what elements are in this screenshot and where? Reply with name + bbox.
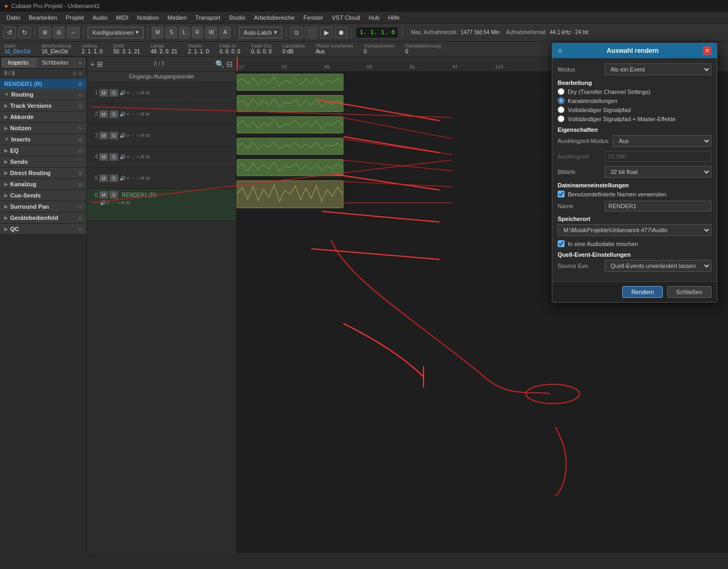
transport-record[interactable]: ⏺: [335, 27, 348, 38]
redo-button[interactable]: ↻: [18, 27, 31, 38]
mute-button-4[interactable]: M: [99, 153, 108, 161]
bittiefe-select[interactable]: 32 bit float: [605, 166, 711, 178]
btn-r[interactable]: R: [192, 27, 203, 38]
section-header-cue-sends[interactable]: ▶ Cue-Sends: [0, 190, 87, 201]
transport-play[interactable]: ▶: [320, 27, 333, 38]
menu-vst-cloud[interactable]: VST Cloud: [327, 13, 364, 22]
ausklingzeit-input[interactable]: [605, 151, 711, 162]
ausklingzeit-row: Ausklingzeit: [558, 151, 711, 162]
undo-button[interactable]: ↺: [3, 27, 16, 38]
mute-button-3[interactable]: M: [99, 132, 108, 139]
konfigurationen-dropdown[interactable]: Konfigurationen ▾: [88, 27, 144, 38]
menu-fenster[interactable]: Fenster: [299, 13, 327, 22]
section-header-kanalzug[interactable]: ▶ Kanalzug ⊞: [0, 179, 87, 189]
track-more-button[interactable]: ⊟: [226, 60, 233, 68]
menu-bearbeiten[interactable]: Bearbeiten: [25, 13, 61, 22]
menu-projekt[interactable]: Projekt: [61, 13, 88, 22]
solo-button-6[interactable]: S: [109, 191, 118, 199]
dialog-title-bar: ⊙ Auswahl rendern ×: [552, 43, 717, 58]
section-header-akkorde[interactable]: ▶ Akkorde: [0, 112, 87, 122]
audio-clip-2[interactable]: [237, 95, 343, 112]
benutzerdefiniert-checkbox[interactable]: [558, 191, 565, 197]
render-button[interactable]: Rendern: [622, 286, 663, 298]
btn-w[interactable]: W: [205, 27, 217, 38]
speicherort-select[interactable]: M:\MusikProjekte\Unbenannt-477\Audio: [558, 224, 711, 236]
solo-button-5[interactable]: S: [109, 175, 118, 182]
radio-dry-input[interactable]: [558, 88, 565, 95]
waveform-1: [237, 74, 343, 90]
menu-hub[interactable]: Hub: [364, 13, 383, 22]
btn-l[interactable]: L: [179, 27, 190, 38]
ausklingzeit-modus-select[interactable]: Aus: [613, 135, 711, 147]
solo-button-1[interactable]: S: [109, 89, 118, 97]
radio-dry-label: Dry (Transfer Channel Settings): [568, 89, 651, 95]
close-dialog-button[interactable]: Schließen: [667, 286, 711, 298]
mix-checkbox[interactable]: [558, 240, 565, 247]
mute-button-6[interactable]: M: [99, 191, 108, 199]
render-toggle[interactable]: ⊙: [78, 81, 82, 87]
render-section[interactable]: RENDER1 (R) ⊙: [0, 78, 87, 89]
section-header-qc[interactable]: ▶ QC ⊟: [0, 224, 87, 234]
modus-select[interactable]: Als ein Event: [605, 64, 711, 75]
mute-button-5[interactable]: M: [99, 175, 108, 182]
track-ende: Ende 50. 3. 1. 21: [113, 43, 140, 54]
source-eve-select[interactable]: Quell-Events unverändert lassen: [605, 260, 711, 272]
solo-button-3[interactable]: S: [109, 132, 118, 139]
table-row: 5 M S 🔊 ● ↔ ∞ R W: [87, 168, 236, 189]
toolbar: ↺ ↻ ⊞ ⊟ ↔ Konfigurationen ▾ M S L R W A …: [0, 23, 728, 42]
solo-button-2[interactable]: S: [109, 110, 118, 118]
audio-clip-5[interactable]: [237, 159, 343, 176]
section-header-geraetebedienfeld[interactable]: ▶ Gerätebedienfeld ⊟: [0, 212, 87, 223]
render-clip[interactable]: [237, 180, 343, 208]
menu-transport[interactable]: Transport: [191, 13, 225, 22]
menu-medien[interactable]: Medien: [163, 13, 191, 22]
section-header-direct-routing[interactable]: ▶ Direct Routing ⊞: [0, 168, 87, 178]
menu-notation[interactable]: Notation: [133, 13, 163, 22]
section-header-track-versions[interactable]: ▶ Track Versions ⊟: [0, 100, 87, 111]
radio-master-input[interactable]: [558, 115, 565, 122]
audio-clip-3[interactable]: [237, 116, 343, 133]
inspector-section-routing: ▼ Routing ⊙: [0, 89, 87, 100]
auto-latch-dropdown[interactable]: Auto-Latch ▾: [239, 27, 282, 38]
audio-clip-1[interactable]: [237, 74, 343, 91]
section-header-sends[interactable]: ▶ Sends: [0, 156, 87, 167]
separator-6: [351, 27, 352, 38]
transport-stop[interactable]: ⬛: [305, 27, 318, 38]
section-header-eq[interactable]: ▶ EQ ⊟: [0, 145, 87, 156]
btn-m[interactable]: M: [152, 27, 163, 38]
tool-btn-2[interactable]: ⊟: [53, 27, 65, 38]
menu-arbeitsbereiche[interactable]: Arbeitsbereiche: [249, 13, 299, 22]
radio-kanal-input[interactable]: [558, 97, 565, 104]
mute-button-1[interactable]: M: [99, 89, 108, 97]
btn-s[interactable]: S: [166, 27, 177, 38]
name-input[interactable]: [605, 201, 711, 211]
mute-button-2[interactable]: M: [99, 110, 108, 118]
tab-inspector[interactable]: Inspecto.: [1, 58, 36, 68]
section-header-inserts[interactable]: ▼ Inserts ⊞: [0, 134, 87, 145]
menu-audio[interactable]: Audio: [88, 13, 112, 22]
track-list: + ⊞ 8 / 8 🔍 ⊟ Eingangs-/Ausgangskanäle 1…: [87, 57, 237, 553]
tool-btn-3[interactable]: ↔: [67, 27, 80, 38]
solo-button-4[interactable]: S: [109, 153, 118, 161]
track-name-display: Datei 16_ElecGtr: [4, 43, 31, 54]
add-track-button[interactable]: +: [90, 60, 95, 68]
tool-btn-1[interactable]: ⊞: [39, 27, 51, 38]
search-tracks-button[interactable]: 🔍: [215, 60, 224, 68]
menu-studio[interactable]: Studio: [224, 13, 249, 22]
transport-rewind[interactable]: ⊙: [290, 27, 303, 38]
menu-hilfe[interactable]: Hilfe: [383, 13, 404, 22]
inspector-settings-btn[interactable]: ≡: [75, 58, 85, 68]
transport-position: 1. 1. 1. 0: [356, 27, 398, 38]
ausklingzeit-modus-label: Ausklingzeit-Modus: [558, 138, 608, 144]
btn-a[interactable]: A: [220, 27, 231, 38]
audio-clip-4[interactable]: [237, 138, 343, 155]
section-header-notizen[interactable]: ▶ Notizen ✎: [0, 123, 87, 133]
section-header-routing[interactable]: ▼ Routing ⊙: [0, 89, 87, 100]
menu-midi[interactable]: MIDI: [112, 13, 132, 22]
menu-datei[interactable]: Datei: [2, 13, 25, 22]
section-header-surround-pan[interactable]: ▶ Surround Pan ⊙: [0, 201, 87, 212]
radio-vollstaendig-input[interactable]: [558, 106, 565, 113]
track-settings-button[interactable]: ⊞: [97, 60, 103, 68]
dialog-close-button[interactable]: ×: [703, 46, 711, 55]
tab-sichtbarkeit[interactable]: Sichtbarkei.: [37, 58, 74, 68]
